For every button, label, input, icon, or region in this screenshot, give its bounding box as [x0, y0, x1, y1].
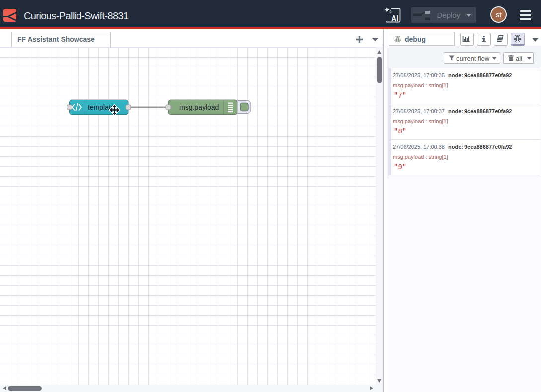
svg-text:msg.payload: msg.payload [179, 103, 219, 111]
svg-text:AI: AI [391, 14, 398, 23]
